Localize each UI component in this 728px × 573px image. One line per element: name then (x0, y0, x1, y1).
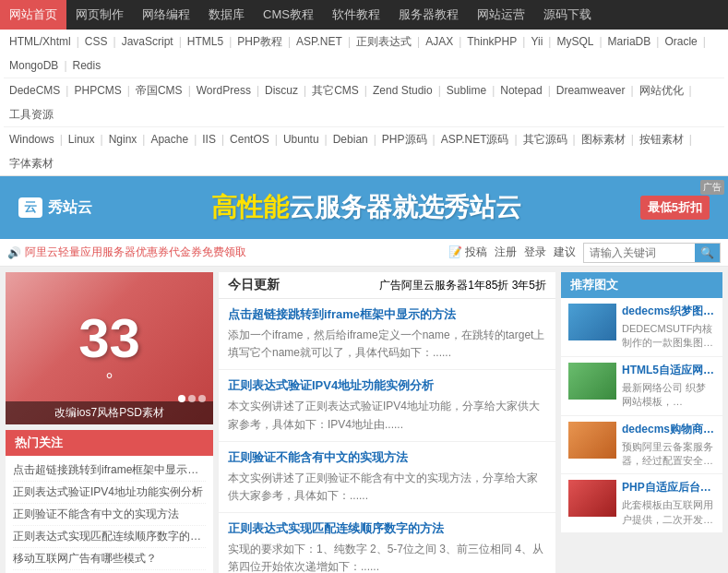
hot-section-header: 热门关注 (6, 430, 213, 456)
subnav-mongodb[interactable]: MongoDB (4, 54, 64, 78)
subnav-aspnetsrc[interactable]: ASP.NET源码 (436, 127, 515, 151)
list-item: 移动互联网广告有哪些模式？ (13, 548, 206, 570)
nav-item-database[interactable]: 数据库 (199, 0, 254, 30)
subnav-nginx[interactable]: Nginx (103, 127, 143, 151)
recommend-summary-1: DEDECMSUTF内核制作的一款图集图片模板、代码精简、广告位正常布置到页面中… (622, 322, 715, 351)
recommend-item: PHP自适应后台风格模板 此套模板由互联网用户提供，二次开发相当简单，不少模板都… (561, 474, 722, 533)
today-link-4[interactable]: 正则表达式实现匹配连续顺序数字的方法 (228, 521, 444, 535)
subnav-icons[interactable]: 图标素材 (576, 127, 631, 151)
subnav-ajax[interactable]: AJAX (420, 30, 459, 54)
nav-item-home[interactable]: 网站首页 (0, 0, 66, 30)
subnav-apache[interactable]: Apache (145, 127, 194, 151)
hot-list: 点击超链接跳转到iframe框架中显示的方法 正则表达式验证IPV4地址功能实例… (6, 456, 213, 573)
subnav-thinkphp[interactable]: ThinkPHP (461, 30, 522, 54)
nav-item-webpage[interactable]: 网页制作 (66, 0, 133, 30)
list-item: 正则表达式实现匹配连续顺序数字的方法 (13, 526, 206, 548)
subnav-html[interactable]: HTML/Xhtml (4, 30, 77, 54)
nav-item-webprog[interactable]: 网络编程 (133, 0, 199, 30)
subnav-fonts[interactable]: 字体素材 (4, 151, 59, 175)
slider-dot-1[interactable] (178, 395, 185, 402)
subnav-phpsrc[interactable]: PHP源码 (376, 127, 433, 151)
today-header: 今日更新 广告阿里云服务器1年85折 3年5折 (219, 272, 555, 299)
subnav-discuz[interactable]: Discuz (259, 78, 304, 102)
recommend-thumb-1 (568, 304, 616, 340)
slider-temperature: 33 (78, 306, 140, 370)
today-summary-3: 本文实例讲述了正则验证不能含有中文的实现方法，分享给大家供大家参考，具体如下：.… (228, 470, 546, 505)
sub-nav-row-2: DedeCMS| PHPCMS| 帝国CMS| WordPress| Discu… (4, 78, 724, 127)
subnav-empirecms[interactable]: 帝国CMS (130, 78, 188, 102)
subnav-linux[interactable]: Linux (63, 127, 101, 151)
nav-item-source[interactable]: 源码下载 (534, 0, 601, 30)
toolbar-submit[interactable]: 📝 投稿 (448, 245, 487, 260)
subnav-php[interactable]: PHP教程 (232, 30, 288, 54)
hot-item-link-1[interactable]: 点击超链接跳转到iframe框架中显示的方法 (13, 462, 206, 478)
recommend-link-2[interactable]: HTML5自适应网络公司织梦模板 (622, 364, 715, 376)
toolbar-register[interactable]: 注册 (495, 245, 517, 260)
subnav-iis[interactable]: IIS (197, 127, 221, 151)
recommend-link-4[interactable]: PHP自适应后台风格模板 (622, 481, 715, 494)
top-banner[interactable]: 云 秀站云 高性能云服务器就选秀站云 最低5折扣 广告 (0, 176, 728, 239)
today-section: 今日更新 广告阿里云服务器1年85折 3年5折 点击超链接跳转到iframe框架… (219, 272, 555, 573)
nav-item-cms[interactable]: CMS教程 (254, 0, 323, 30)
subnav-othercms[interactable]: 其它CMS (306, 78, 364, 102)
subnav-buttons[interactable]: 按钮素材 (634, 127, 689, 151)
banner-discount: 最低5折扣 (640, 196, 710, 220)
subnav-dreamweaver[interactable]: Dreamweaver (551, 78, 631, 102)
search-button[interactable]: 🔍 (695, 244, 720, 262)
hot-item-link-2[interactable]: 正则表达式验证IPV4地址功能实例分析 (13, 484, 206, 500)
subnav-othersrc[interactable]: 其它源码 (518, 127, 573, 151)
subnav-mysql[interactable]: MySQL (551, 30, 599, 54)
recommend-item: HTML5自适应网络公司织梦模板 最新网络公司 织梦网站模板，DEDECMS-U… (561, 357, 722, 416)
toolbar-suggest[interactable]: 建议 (554, 245, 576, 260)
nav-item-webops[interactable]: 网站运营 (468, 0, 534, 30)
hot-item-link-3[interactable]: 正则验证不能含有中文的实现方法 (13, 507, 206, 522)
slider-dot-2[interactable] (188, 395, 196, 402)
subnav-centos[interactable]: CentOS (224, 127, 275, 151)
main-area: 33 ° 改编ios7风格PSD素材 热门关注 点击超链接跳转到iframe框架… (0, 267, 728, 573)
toolbar-login[interactable]: 登录 (524, 245, 546, 260)
today-item: 点击超链接跳转到iframe框架中显示的方法 添加一个iframe，然后给ifr… (219, 299, 555, 370)
sub-nav: HTML/Xhtml| CSS| JavaScript| HTML5| PHP教… (0, 30, 728, 176)
subnav-mariadb[interactable]: MariaDB (603, 30, 657, 54)
today-link-1[interactable]: 点击超链接跳转到iframe框架中显示的方法 (228, 307, 456, 321)
banner-ad-tag: 广告 (700, 180, 724, 195)
recommend-summary-3: 预购阿里云备案服务器，经过配置安全组规则到前台进行使用，修安全组规则可以以允许进… (622, 440, 715, 469)
subnav-debian[interactable]: Debian (328, 127, 374, 151)
subnav-aspnet[interactable]: ASP.NET (291, 30, 348, 54)
today-link-3[interactable]: 正则验证不能含有中文的实现方法 (228, 450, 408, 464)
subnav-zendstudio[interactable]: Zend Studio (367, 78, 438, 102)
recommend-link-3[interactable]: dedecms购物商城织梦模板 (622, 423, 715, 436)
subnav-html5[interactable]: HTML5 (182, 30, 229, 54)
subnav-wordpress[interactable]: WordPress (191, 78, 257, 102)
subnav-dedecms[interactable]: DedeCMS (4, 78, 66, 102)
subnav-yii[interactable]: Yii (525, 30, 548, 54)
left-col: 33 ° 改编ios7风格PSD素材 热门关注 点击超链接跳转到iframe框架… (6, 272, 213, 573)
search-input[interactable] (584, 244, 695, 262)
subnav-seoopt[interactable]: 网站优化 (634, 78, 689, 102)
toolbar-announcement: 🔊 阿里云轻量应用服务器优惠券代金券免费领取 (7, 245, 246, 260)
subnav-sublime[interactable]: Sublime (441, 78, 492, 102)
subnav-css[interactable]: CSS (79, 30, 113, 54)
subnav-oracle[interactable]: Oracle (659, 30, 702, 54)
subnav-notepad[interactable]: Notepad (495, 78, 547, 102)
slider-dot-3[interactable] (198, 395, 206, 402)
subnav-redis[interactable]: Redis (67, 54, 107, 78)
recommend-link-1[interactable]: dedecms织梦图集图片模板 (622, 304, 715, 317)
today-link-2[interactable]: 正则表达式验证IPV4地址功能实例分析 (228, 378, 434, 392)
recommend-item: dedecms购物商城织梦模板 预购阿里云备案服务器，经过配置安全组规则到前台进… (561, 416, 722, 475)
subnav-phpcms[interactable]: PHPCMS (68, 78, 126, 102)
subnav-ubuntu[interactable]: Ubuntu (278, 127, 325, 151)
list-item: 点击超链接跳转到iframe框架中显示的方法 (13, 460, 206, 482)
nav-item-software[interactable]: 软件教程 (323, 0, 389, 30)
today-item: 正则验证不能含有中文的实现方法 本文实例讲述了正则验证不能含有中文的实现方法，分… (219, 442, 555, 513)
subnav-js[interactable]: JavaScript (116, 30, 179, 54)
hot-item-link-5[interactable]: 移动互联网广告有哪些模式？ (13, 551, 206, 567)
hot-item-link-4[interactable]: 正则表达式实现匹配连续顺序数字的方法 (13, 529, 206, 544)
banner-logo: 云 秀站云 (18, 197, 92, 218)
subnav-windows[interactable]: Windows (4, 127, 60, 151)
subnav-tools[interactable]: 工具资源 (4, 102, 59, 126)
nav-item-server[interactable]: 服务器教程 (389, 0, 468, 30)
subnav-regex[interactable]: 正则表达式 (351, 30, 417, 54)
recommend-header: 推荐图文 (561, 272, 722, 298)
slider-caption: 改编ios7风格PSD素材 (6, 401, 213, 424)
